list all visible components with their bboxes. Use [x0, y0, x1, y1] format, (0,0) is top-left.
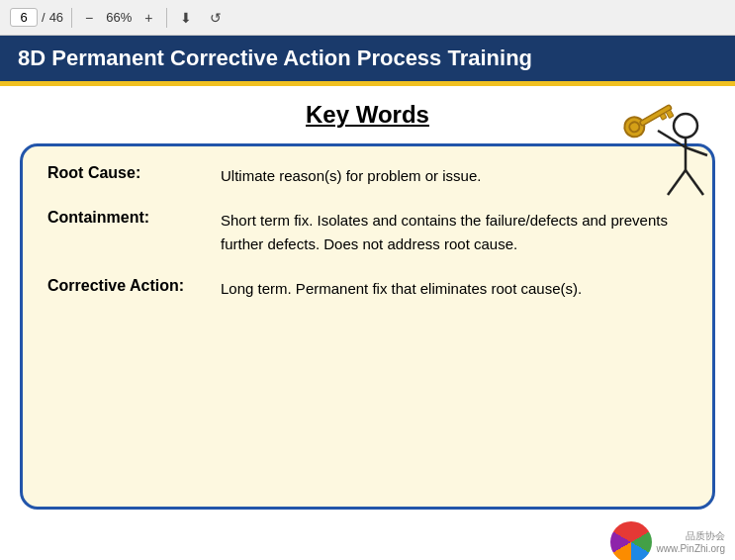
toolbar: 6 / 46 − 66% + ⬇ ↺	[0, 0, 735, 36]
watermark-text: 品质协会www.PinZhi.org	[657, 529, 725, 555]
slide-body: Key Words	[0, 86, 735, 560]
page-number-input[interactable]: 6	[10, 8, 38, 27]
term-block-containment: Containment: Short term fix. Isolates an…	[47, 209, 688, 255]
svg-point-5	[674, 114, 697, 138]
svg-line-10	[686, 170, 703, 195]
stick-figure-area	[608, 96, 717, 215]
term-block-root-cause: Root Cause: Ultimate reason(s) for probl…	[47, 164, 688, 187]
term-row-root-cause: Root Cause: Ultimate reason(s) for probl…	[47, 164, 688, 187]
term-label-containment: Containment:	[47, 209, 221, 227]
svg-line-8	[686, 147, 707, 155]
term-label-corrective-action: Corrective Action:	[47, 277, 221, 295]
svg-line-9	[668, 170, 686, 195]
total-pages: 46	[49, 10, 63, 25]
watermark-logo	[610, 521, 652, 560]
term-definition-corrective-action: Long term. Permanent fix that eliminates…	[221, 277, 582, 300]
slide-title-bar: 8D Permanent Corrective Action Process T…	[0, 36, 735, 81]
divider-2	[166, 8, 167, 28]
svg-rect-2	[639, 105, 672, 127]
page-separator: /	[42, 10, 46, 25]
svg-line-7	[658, 131, 686, 147]
divider-1	[71, 8, 72, 28]
term-row-corrective-action: Corrective Action: Long term. Permanent …	[47, 277, 688, 300]
term-block-corrective-action: Corrective Action: Long term. Permanent …	[47, 277, 688, 300]
zoom-in-button[interactable]: +	[139, 8, 157, 28]
page-info: 6 / 46	[10, 8, 63, 27]
watermark: 品质协会www.PinZhi.org	[610, 521, 725, 560]
rotate-button[interactable]: ↺	[205, 8, 227, 28]
term-definition-root-cause: Ultimate reason(s) for problem or issue.	[221, 164, 481, 187]
zoom-level: 66%	[106, 10, 132, 25]
svg-point-0	[621, 114, 648, 140]
zoom-out-button[interactable]: −	[80, 8, 98, 28]
term-label-root-cause: Root Cause:	[47, 164, 221, 182]
slide-title: 8D Permanent Corrective Action Process T…	[18, 46, 532, 71]
download-button[interactable]: ⬇	[175, 8, 197, 28]
svg-rect-3	[666, 110, 674, 119]
term-row-containment: Containment: Short term fix. Isolates an…	[47, 209, 688, 255]
term-definition-containment: Short term fix. Isolates and contains th…	[221, 209, 688, 255]
